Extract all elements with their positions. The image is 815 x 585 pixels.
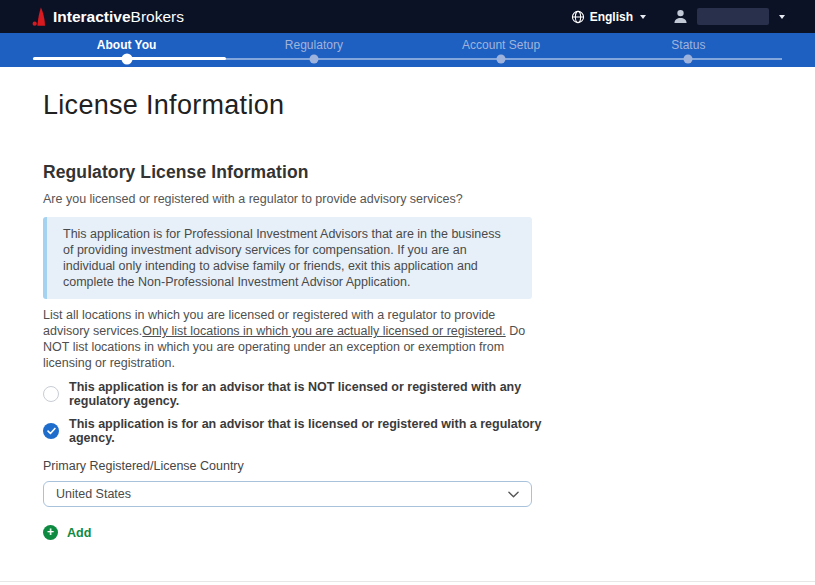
language-selector[interactable]: English	[571, 10, 646, 24]
info-note: This application is for Professional Inv…	[43, 217, 532, 299]
language-label: English	[590, 10, 633, 24]
progress-step-regulatory[interactable]: Regulatory	[220, 33, 407, 67]
radio-unselected-icon[interactable]	[43, 386, 59, 402]
brand-name-regular: Brokers	[131, 8, 184, 25]
step-label: Account Setup	[462, 38, 540, 52]
chevron-down-icon	[640, 15, 646, 19]
country-select-value: United States	[56, 487, 131, 501]
main-content: License Information Regulatory License I…	[0, 90, 815, 585]
progress-step-about-you[interactable]: About You	[33, 33, 220, 67]
step-dot	[121, 54, 132, 65]
question-text: Are you licensed or registered with a re…	[43, 192, 815, 206]
plus-icon: +	[43, 525, 58, 540]
step-label: Status	[671, 38, 705, 52]
brand-name: InteractiveBrokers	[53, 8, 184, 26]
brand-logo[interactable]: InteractiveBrokers	[31, 7, 184, 27]
section-title: Regulatory License Information	[43, 162, 815, 183]
country-select-label: Primary Registered/License Country	[43, 459, 815, 473]
radio-label: This application is for an advisor that …	[69, 417, 548, 445]
footer-divider	[0, 581, 815, 582]
progress-bar: About You Regulatory Account Setup Statu…	[0, 33, 815, 67]
progress-step-account-setup[interactable]: Account Setup	[408, 33, 595, 67]
instructions-underlined: Only list locations in which you are act…	[142, 324, 505, 338]
radio-label: This application is for an advisor that …	[69, 380, 548, 408]
page-title: License Information	[43, 90, 815, 121]
user-menu[interactable]	[672, 8, 785, 25]
header-right: English	[571, 8, 785, 25]
step-dot	[497, 55, 506, 64]
app-header: InteractiveBrokers English	[0, 0, 815, 33]
progress-steps: About You Regulatory Account Setup Statu…	[0, 33, 815, 67]
chevron-down-icon	[779, 15, 785, 19]
step-label: Regulatory	[285, 38, 343, 52]
add-country-button[interactable]: + Add	[43, 525, 815, 540]
step-dot	[684, 55, 693, 64]
radio-not-licensed[interactable]: This application is for an advisor that …	[43, 380, 548, 408]
username-redacted	[697, 8, 769, 25]
brand-name-bold: Interactive	[53, 8, 131, 25]
chevron-down-icon	[508, 491, 519, 498]
progress-step-status[interactable]: Status	[595, 33, 782, 67]
step-dot	[309, 55, 318, 64]
radio-licensed[interactable]: This application is for an advisor that …	[43, 417, 548, 445]
add-button-label: Add	[67, 526, 91, 540]
instructions-text: List all locations in which you are lice…	[43, 307, 535, 371]
radio-selected-icon[interactable]	[43, 423, 59, 439]
step-label: About You	[97, 38, 157, 52]
brand-icon	[31, 7, 48, 27]
globe-icon	[571, 10, 585, 24]
country-select[interactable]: United States	[43, 481, 532, 507]
user-icon	[672, 8, 689, 25]
